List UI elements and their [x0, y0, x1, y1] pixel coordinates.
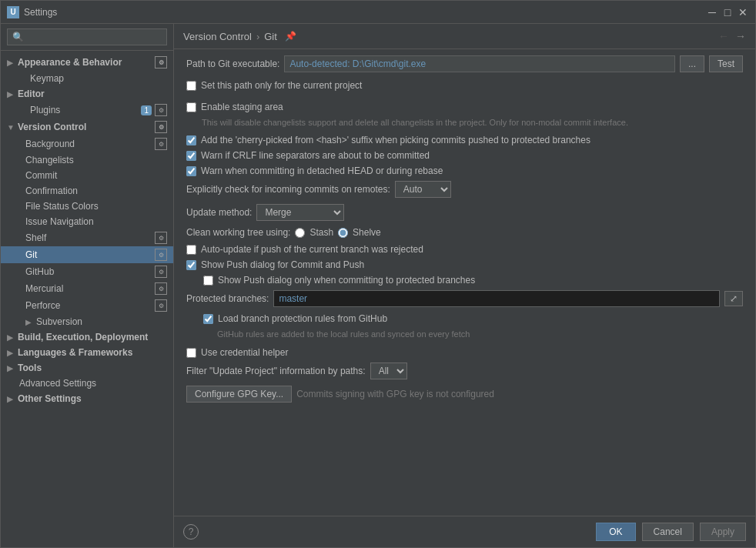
update-method-label: Update method:: [186, 207, 252, 218]
configure-gpg-button[interactable]: Configure GPG Key...: [186, 386, 292, 403]
expand-arrow-icon: ▶: [7, 333, 18, 342]
sidebar-item-changelists[interactable]: Changelists: [1, 152, 173, 168]
expand-protected-button[interactable]: ⤢: [724, 291, 743, 306]
warn-detached-checkbox[interactable]: [186, 166, 196, 176]
gpg-row: Configure GPG Key... Commits signing wit…: [186, 386, 743, 403]
credential-helper-checkbox[interactable]: [186, 348, 196, 358]
nav-back-icon[interactable]: ←: [718, 30, 729, 42]
warn-detached-label: Warn when committing in detached HEAD or…: [201, 165, 443, 176]
nav-arrows: ← →: [718, 30, 746, 42]
sidebar-item-editor[interactable]: ▶ Editor: [1, 86, 173, 102]
sidebar-item-build[interactable]: ▶ Build, Execution, Deployment: [1, 329, 173, 345]
expand-arrow-icon: ▶: [7, 364, 18, 373]
show-push-row: Show Push dialog for Commit and Push: [186, 259, 743, 270]
warn-crlf-checkbox[interactable]: [186, 151, 196, 161]
sidebar-item-label: Tools: [18, 363, 167, 373]
sidebar-item-label: Keymap: [30, 73, 167, 84]
load-rules-note: GitHub rules are added to the local rule…: [217, 329, 743, 340]
sidebar-item-label: Mercurial: [25, 283, 155, 294]
ok-button[interactable]: OK: [596, 523, 635, 541]
expand-arrow-icon: ▶: [25, 318, 36, 326]
sidebar-item-advanced[interactable]: Advanced Settings: [1, 376, 173, 391]
staging-area-checkbox[interactable]: [186, 102, 196, 112]
main-content: ▶ Appearance & Behavior ⚙ Keymap ▶ Edito…: [1, 24, 755, 547]
search-box: [1, 24, 173, 51]
credential-helper-row: Use credential helper: [186, 347, 743, 358]
sidebar-item-label: Issue Navigation: [25, 216, 167, 227]
sidebar-item-confirmation[interactable]: Confirmation: [1, 183, 173, 199]
plugins-badge: 1: [141, 105, 152, 115]
cancel-button[interactable]: Cancel: [642, 523, 694, 541]
auto-update-checkbox[interactable]: [186, 245, 196, 255]
sidebar-item-label: Subversion: [36, 316, 167, 327]
bottom-left: ?: [183, 524, 199, 540]
nav-forward-icon[interactable]: →: [735, 30, 746, 42]
sidebar-item-issue-navigation[interactable]: Issue Navigation: [1, 214, 173, 229]
incoming-row: Explicitly check for incoming commits on…: [186, 181, 743, 198]
maximize-button[interactable]: □: [721, 6, 734, 18]
clean-tree-label: Clean working tree using:: [186, 227, 290, 238]
clean-tree-row: Clean working tree using: Stash Shelve: [186, 227, 743, 238]
sidebar-item-mercurial[interactable]: Mercurial ⚙: [1, 280, 173, 297]
stash-radio[interactable]: [295, 228, 305, 238]
close-button[interactable]: ✕: [737, 6, 749, 18]
sidebar-item-appearance[interactable]: ▶ Appearance & Behavior ⚙: [1, 54, 173, 71]
sidebar-item-plugins[interactable]: Plugins 1 ⚙: [1, 102, 173, 119]
sidebar-item-label: Perforce: [25, 300, 155, 311]
sidebar-item-other[interactable]: ▶ Other Settings: [1, 391, 173, 406]
sidebar-item-tools[interactable]: ▶ Tools: [1, 360, 173, 376]
sidebar-item-subversion[interactable]: ▶ Subversion: [1, 314, 173, 329]
incoming-dropdown[interactable]: Auto Always Never: [395, 181, 451, 198]
staging-area-label: Enable staging area: [201, 102, 283, 112]
show-push-checkbox[interactable]: [186, 260, 196, 270]
browse-button[interactable]: ...: [680, 55, 704, 72]
set-path-checkbox[interactable]: [186, 81, 196, 91]
show-push-label: Show Push dialog for Commit and Push: [201, 259, 364, 270]
sidebar-item-perforce[interactable]: Perforce ⚙: [1, 297, 173, 314]
app-icon: U: [7, 6, 19, 18]
sidebar-item-label: GitHub: [25, 266, 155, 277]
filter-dropdown[interactable]: All: [370, 363, 407, 379]
filter-row: Filter "Update Project" information by p…: [186, 363, 743, 379]
sidebar-item-shelf[interactable]: Shelf ⚙: [1, 229, 173, 246]
protected-branches-row: Protected branches: ⤢: [186, 290, 743, 307]
sidebar-item-commit[interactable]: Commit: [1, 168, 173, 183]
shelve-label: Shelve: [353, 227, 381, 238]
apply-button[interactable]: Apply: [700, 523, 746, 541]
load-rules-checkbox[interactable]: [203, 314, 213, 324]
bottom-right: OK Cancel Apply: [596, 523, 746, 541]
sidebar-item-label: Git: [25, 249, 155, 260]
sidebar-item-git[interactable]: Git ⚙: [1, 246, 173, 263]
sidebar-item-label: Commit: [25, 170, 167, 181]
sidebar-item-label: Other Settings: [18, 393, 167, 404]
settings-icon: ⚙: [155, 138, 167, 150]
cherry-pick-checkbox[interactable]: [186, 135, 196, 145]
sidebar-item-github[interactable]: GitHub ⚙: [1, 263, 173, 280]
protected-branches-input[interactable]: [273, 290, 720, 307]
bottom-bar: ? OK Cancel Apply: [174, 516, 755, 547]
help-button[interactable]: ?: [183, 524, 199, 540]
breadcrumb-part1: Version Control: [183, 31, 252, 42]
sidebar-item-background[interactable]: Background ⚙: [1, 135, 173, 152]
settings-icon: ⚙: [155, 282, 167, 295]
sidebar-item-file-status-colors[interactable]: File Status Colors: [1, 199, 173, 214]
stash-label: Stash: [309, 227, 333, 238]
minimize-button[interactable]: ─: [706, 6, 718, 18]
settings-icon: ⚙: [155, 121, 167, 133]
sidebar-item-languages[interactable]: ▶ Languages & Frameworks: [1, 345, 173, 360]
update-method-dropdown[interactable]: Merge Rebase Branch Default: [256, 204, 344, 221]
sidebar-item-label: Build, Execution, Deployment: [18, 332, 167, 342]
path-input[interactable]: [284, 55, 675, 72]
test-button[interactable]: Test: [709, 55, 743, 72]
shelve-radio[interactable]: [338, 228, 348, 238]
sidebar-item-keymap[interactable]: Keymap: [1, 71, 173, 86]
sidebar-item-version-control[interactable]: ▼ Version Control ⚙: [1, 119, 173, 135]
protected-branches-label: Protected branches:: [186, 293, 269, 304]
sidebar: ▶ Appearance & Behavior ⚙ Keymap ▶ Edito…: [1, 24, 174, 547]
show-push-protected-checkbox[interactable]: [203, 276, 213, 286]
sidebar-item-label: Changelists: [25, 155, 167, 165]
credential-helper-label: Use credential helper: [201, 347, 288, 358]
search-input[interactable]: [7, 28, 167, 45]
settings-icon: ⚙: [155, 299, 167, 312]
cherry-pick-label: Add the 'cherry-picked from <hash>' suff…: [201, 135, 590, 145]
